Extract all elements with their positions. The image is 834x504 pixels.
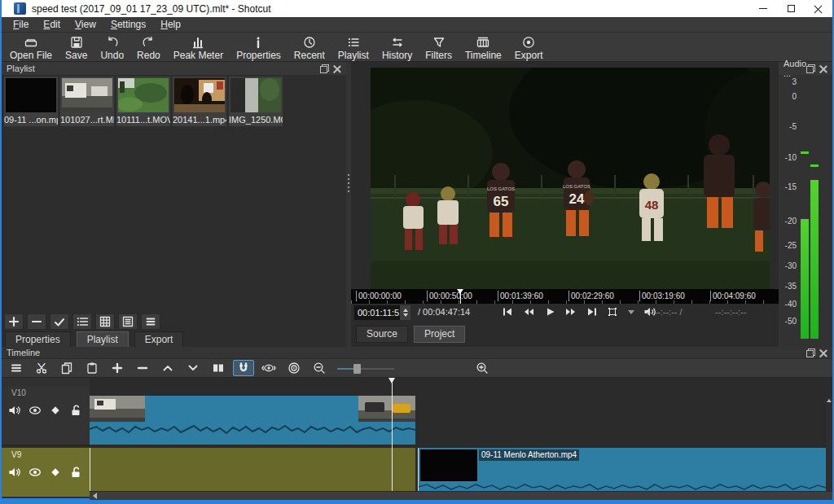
maximize-button[interactable] <box>777 0 805 17</box>
export-button[interactable]: Export <box>508 34 550 63</box>
lock-icon[interactable] <box>69 404 82 417</box>
playlist-float-icon[interactable] <box>320 64 329 73</box>
mute-icon[interactable] <box>8 466 21 479</box>
hide-icon[interactable] <box>29 466 42 479</box>
history-button[interactable]: History <box>375 34 419 63</box>
menu-help[interactable]: Help <box>153 17 188 32</box>
track-header-v10[interactable]: V10 <box>2 386 90 446</box>
timeline-horizontal-scrollbar[interactable] <box>90 491 832 500</box>
slider-handle[interactable] <box>353 364 361 374</box>
playlist-close-icon[interactable] <box>332 64 341 73</box>
timeline-clip-v9-menlo[interactable]: 09-11 Menlo Atherton.mp4 <box>418 448 832 491</box>
recent-button[interactable]: Recent <box>288 34 331 63</box>
split-button[interactable] <box>208 360 229 376</box>
save-button[interactable]: Save <box>59 34 94 63</box>
clip-label: 09-11 Menlo Atherton.mp4 <box>479 449 579 461</box>
composite-icon[interactable] <box>49 466 62 479</box>
preview-panel: LOS GATOS 65 LOS GATOS 24 <box>351 62 779 347</box>
menu-file[interactable]: File <box>6 17 36 32</box>
timeline-tracks-area: 09-11 Menlo Atherton.mp4 <box>90 378 832 498</box>
undo-button[interactable]: Undo <box>94 34 130 63</box>
menu-view[interactable]: View <box>68 17 103 32</box>
scroll-up-icon[interactable] <box>827 399 832 402</box>
view-details-button[interactable] <box>72 313 92 330</box>
mute-icon[interactable] <box>8 404 21 417</box>
tab-playlist[interactable]: Playlist <box>77 331 129 348</box>
playlist-item[interactable]: IMG_1250.MOV <box>229 77 283 126</box>
playlist-add-button[interactable] <box>4 313 24 330</box>
ripple-toggle[interactable] <box>283 360 305 376</box>
audio-float-icon[interactable] <box>806 64 815 73</box>
append-plus-icon <box>111 362 124 375</box>
copy-button[interactable] <box>56 360 77 376</box>
properties-button[interactable]: Properties <box>230 34 288 63</box>
timeline-zoom-slider[interactable] <box>337 363 394 374</box>
zoom-out-button[interactable] <box>309 360 330 376</box>
menu-edit[interactable]: Edit <box>36 17 68 32</box>
composite-icon[interactable] <box>49 404 62 417</box>
tab-source[interactable]: Source <box>356 326 408 343</box>
timeline-playhead[interactable] <box>392 378 393 491</box>
lock-icon[interactable] <box>69 466 82 479</box>
filters-button[interactable]: Filters <box>419 34 459 63</box>
timeline-clip-v9-olive[interactable] <box>90 448 415 491</box>
timeline-float-icon[interactable] <box>806 348 815 357</box>
minimize-button[interactable] <box>749 0 777 17</box>
snap-toggle[interactable] <box>233 360 254 376</box>
track-name: V10 <box>2 386 90 397</box>
audio-close-icon[interactable] <box>819 64 827 73</box>
playlist-remove-button[interactable] <box>27 313 46 330</box>
properties-label: Properties <box>236 50 281 61</box>
hide-icon[interactable] <box>29 404 42 417</box>
menu-settings[interactable]: Settings <box>103 17 153 32</box>
overwrite-button[interactable] <box>182 360 204 376</box>
preview-scrub-ruler[interactable]: 00:00:00:00 00:00:50:00 00:01:39:60 00:0… <box>351 289 779 304</box>
zoom-in-button[interactable] <box>472 360 493 376</box>
timeline-menu-button[interactable] <box>6 360 27 376</box>
position-spinner[interactable] <box>400 305 410 320</box>
scrub-while-dragging-toggle[interactable] <box>258 360 279 376</box>
position-value[interactable]: 00:01:11:51 <box>354 305 400 320</box>
timeline-close-icon[interactable] <box>819 348 827 357</box>
fast-forward-button[interactable] <box>564 306 577 318</box>
ripple-delete-button[interactable] <box>132 360 153 376</box>
append-button[interactable] <box>107 360 128 376</box>
timeline-clip-v10[interactable] <box>90 396 415 445</box>
playlist-update-button[interactable] <box>50 313 69 330</box>
lift-button[interactable] <box>157 360 178 376</box>
titlebar[interactable]: speed test (2017_09_01 17_23_09 UTC).mlt… <box>2 0 832 17</box>
playlist-item[interactable]: 09-11 ...on.mp4 <box>4 77 58 126</box>
zoom-fit-dropdown-icon[interactable] <box>628 310 634 314</box>
zoom-fit-button[interactable] <box>607 306 619 318</box>
video-frame[interactable]: LOS GATOS 65 LOS GATOS 24 <box>371 68 770 289</box>
thumbnail-image <box>6 78 56 112</box>
view-tiles-button[interactable] <box>95 313 115 330</box>
tab-properties[interactable]: Properties <box>5 331 71 348</box>
preview-playhead[interactable] <box>460 289 461 304</box>
tab-export[interactable]: Export <box>134 331 184 348</box>
view-icons-button[interactable] <box>118 313 138 330</box>
tab-project[interactable]: Project <box>414 326 465 343</box>
cut-button[interactable] <box>31 360 52 376</box>
timeline-button[interactable]: Timeline <box>459 34 508 63</box>
peak-meter-button[interactable]: Peak Meter <box>167 34 230 63</box>
skip-end-button[interactable] <box>586 306 598 318</box>
play-button[interactable] <box>544 306 555 318</box>
playlist-item[interactable]: 10111...t.MOV <box>116 77 170 126</box>
open-file-label: Open File <box>10 50 52 61</box>
track-header-v9[interactable]: V9 <box>2 448 90 497</box>
rewind-button[interactable] <box>522 306 535 318</box>
playlist-item[interactable]: 101027...rt.MP4 <box>60 77 114 126</box>
paste-button[interactable] <box>81 360 103 376</box>
skip-start-button[interactable] <box>502 306 513 318</box>
close-button[interactable] <box>805 0 832 17</box>
playlist-button[interactable]: Playlist <box>331 34 375 63</box>
open-file-button[interactable]: Open File <box>3 34 59 63</box>
timeline-vertical-scrollbar[interactable] <box>826 397 832 491</box>
position-spinbox[interactable]: 00:01:11:51 <box>354 305 411 320</box>
playlist-item[interactable]: 20141...1.mp4 <box>173 77 226 126</box>
db-label: -35 <box>779 282 797 291</box>
playlist-menu-button[interactable] <box>141 313 160 330</box>
scroll-left-icon[interactable] <box>93 493 97 499</box>
redo-button[interactable]: Redo <box>130 34 167 63</box>
